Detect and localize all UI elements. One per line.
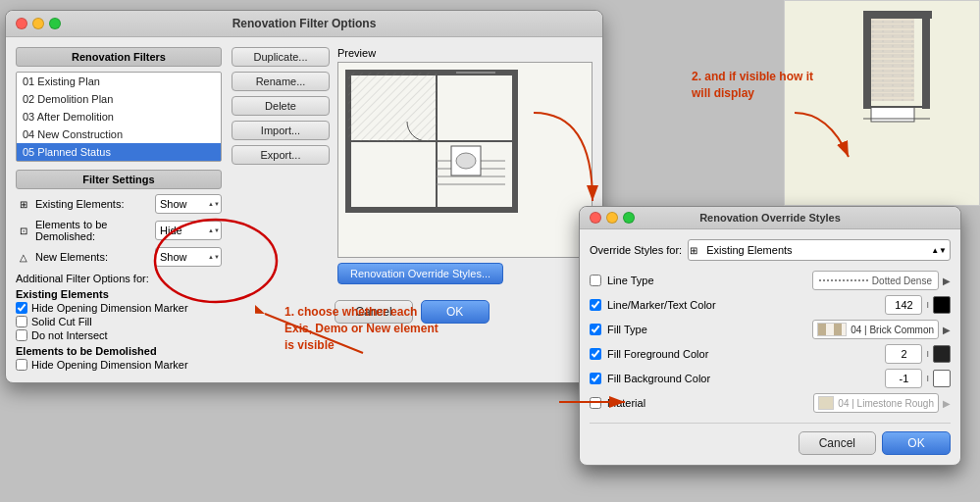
preview-box xyxy=(337,62,593,258)
existing-elements-row: ⊞ Existing Elements: Show Hide xyxy=(16,194,222,214)
fill-bg-label: Fill Background Color xyxy=(607,373,879,384)
material-value: 04 | Limestone Rough xyxy=(813,393,939,413)
override-line-type-row: Line Type Dotted Dense ▶ xyxy=(590,271,951,290)
filter-settings-header: Filter Settings xyxy=(16,170,222,189)
annotation-1: 1. choose whether eachExis, Demo or New … xyxy=(284,304,438,353)
fill-fg-label: Fill Foreground Color xyxy=(607,348,879,360)
override-minimize-button[interactable] xyxy=(606,212,618,224)
svg-rect-3 xyxy=(348,141,437,210)
hide-opening-marker-label: Hide Opening Dimension Marker xyxy=(31,302,188,314)
override-traffic-lights xyxy=(590,212,635,224)
fill-fg-checkbox[interactable] xyxy=(590,348,601,360)
filter-item-3[interactable]: 03 After Demolition xyxy=(17,108,221,126)
override-bottom-buttons: Cancel OK xyxy=(590,423,951,455)
svg-rect-14 xyxy=(922,11,930,109)
existing-elements-icon: ⊞ xyxy=(16,196,31,212)
rename-button[interactable]: Rename... xyxy=(232,72,330,91)
override-for-select[interactable]: Existing Elements xyxy=(688,239,951,261)
fill-type-label: Fill Type xyxy=(607,324,776,335)
do-not-intersect-row: Do not Intersect xyxy=(16,329,222,341)
main-dialog-titlebar: Renovation Filter Options xyxy=(6,11,602,37)
fill-bg-checkbox[interactable] xyxy=(590,373,601,384)
annotation-2: 2. and if visible how itwill display xyxy=(692,69,813,102)
hide-opening-marker-checkbox[interactable] xyxy=(16,302,27,314)
demo-hide-opening-marker-row: Hide Opening Dimension Marker xyxy=(16,359,222,371)
additional-section: Additional Filter Options for: Existing … xyxy=(16,273,222,371)
renovation-override-button[interactable]: Renovation Override Styles... xyxy=(337,263,503,284)
svg-rect-5 xyxy=(348,73,437,141)
fill-fg-swatch xyxy=(933,345,951,363)
fill-type-checkbox[interactable] xyxy=(590,324,601,335)
left-panel: Renovation Filters 01 Existing Plan 02 D… xyxy=(16,47,222,373)
existing-elements-select[interactable]: Show Hide xyxy=(155,194,222,214)
preview-area: Preview xyxy=(337,47,593,284)
export-button[interactable]: Export... xyxy=(232,145,330,165)
do-not-intersect-checkbox[interactable] xyxy=(16,329,27,341)
demolished-elements-select[interactable]: Show Hide xyxy=(155,221,222,240)
annotation-2-text: 2. and if visible how itwill display xyxy=(692,70,813,100)
annotation-1-text: 1. choose whether eachExis, Demo or New … xyxy=(284,305,438,352)
new-elements-select-wrapper: Show Hide xyxy=(155,247,222,267)
fill-bg-value[interactable] xyxy=(885,369,922,388)
duplicate-button[interactable]: Duplicate... xyxy=(232,47,330,67)
demolished-elements-subsection: Elements to be Demolished xyxy=(16,345,222,357)
existing-elements-select-wrapper: Show Hide xyxy=(155,194,222,214)
hide-opening-marker-row: Hide Opening Dimension Marker xyxy=(16,302,222,314)
do-not-intersect-label: Do not Intersect xyxy=(31,329,108,341)
maximize-button[interactable] xyxy=(49,18,61,29)
minimize-button[interactable] xyxy=(32,18,44,29)
override-line-color-row: Line/Marker/Text Color I xyxy=(590,295,951,315)
demo-hide-opening-marker-checkbox[interactable] xyxy=(16,359,27,371)
material-checkbox[interactable] xyxy=(590,397,601,409)
fill-bg-swatch xyxy=(933,370,951,387)
line-type-checkbox[interactable] xyxy=(590,275,601,286)
existing-elements-label: Existing Elements: xyxy=(35,198,151,210)
floor-plan-svg xyxy=(338,63,535,258)
svg-rect-2 xyxy=(437,73,515,141)
bg-drawing-svg xyxy=(785,1,980,206)
override-rows: Line Type Dotted Dense ▶ Line/Marker/Tex… xyxy=(590,271,951,413)
traffic-lights xyxy=(16,18,61,29)
filter-item-5[interactable]: 05 Planned Status xyxy=(17,143,221,161)
demo-hide-opening-marker-label: Hide Opening Dimension Marker xyxy=(31,359,188,371)
button-column: Duplicate... Rename... Delete Import... … xyxy=(232,47,330,284)
demolished-elements-label: Elements to be Demolished: xyxy=(35,219,151,242)
annotation-2-arrow xyxy=(790,108,868,167)
override-maximize-button[interactable] xyxy=(623,212,635,224)
delete-button[interactable]: Delete xyxy=(232,96,330,116)
override-dialog-title: Renovation Override Styles xyxy=(590,212,951,224)
override-close-button[interactable] xyxy=(590,212,601,224)
svg-rect-15 xyxy=(863,11,932,19)
import-button[interactable]: Import... xyxy=(232,121,330,140)
additional-title: Additional Filter Options for: xyxy=(16,273,222,284)
new-elements-row: △ New Elements: Show Hide xyxy=(16,247,222,267)
line-color-checkbox[interactable] xyxy=(590,299,601,311)
svg-rect-20 xyxy=(871,107,914,122)
override-dialog-titlebar: Renovation Override Styles xyxy=(580,207,960,229)
override-fill-type-row: Fill Type 04 | Brick Common ▶ xyxy=(590,320,951,339)
svg-point-12 xyxy=(456,153,476,169)
filter-item-4[interactable]: 04 New Construction xyxy=(17,126,221,143)
line-color-value[interactable] xyxy=(885,295,922,315)
fill-type-value: 04 | Brick Common xyxy=(812,320,939,339)
override-for-label: Override Styles for: xyxy=(590,244,682,256)
new-elements-select[interactable]: Show Hide xyxy=(155,247,222,267)
line-type-value: Dotted Dense xyxy=(812,271,939,290)
main-dialog-title: Renovation Filter Options xyxy=(16,17,593,30)
override-dialog-body: Override Styles for: ⊞ Existing Elements… xyxy=(580,229,960,465)
line-color-swatch xyxy=(933,296,951,314)
close-button[interactable] xyxy=(16,18,27,29)
filter-item-1[interactable]: 01 Existing Plan xyxy=(17,73,221,90)
filter-settings-section: ⊞ Existing Elements: Show Hide ⊡ Element… xyxy=(16,194,222,267)
solid-cut-fill-checkbox[interactable] xyxy=(16,316,27,327)
demolished-elements-row: ⊡ Elements to be Demolished: Show Hide xyxy=(16,219,222,242)
line-type-label: Line Type xyxy=(607,275,776,286)
override-cancel-button[interactable]: Cancel xyxy=(799,431,876,455)
new-elements-label: New Elements: xyxy=(35,251,151,263)
renovation-filters-header: Renovation Filters xyxy=(16,47,222,67)
filter-item-2[interactable]: 02 Demolition Plan xyxy=(17,90,221,108)
fill-fg-value[interactable] xyxy=(885,344,922,364)
demolished-elements-select-wrapper: Show Hide xyxy=(155,221,222,240)
demolished-elements-icon: ⊡ xyxy=(16,223,31,238)
override-ok-button[interactable]: OK xyxy=(882,431,951,455)
